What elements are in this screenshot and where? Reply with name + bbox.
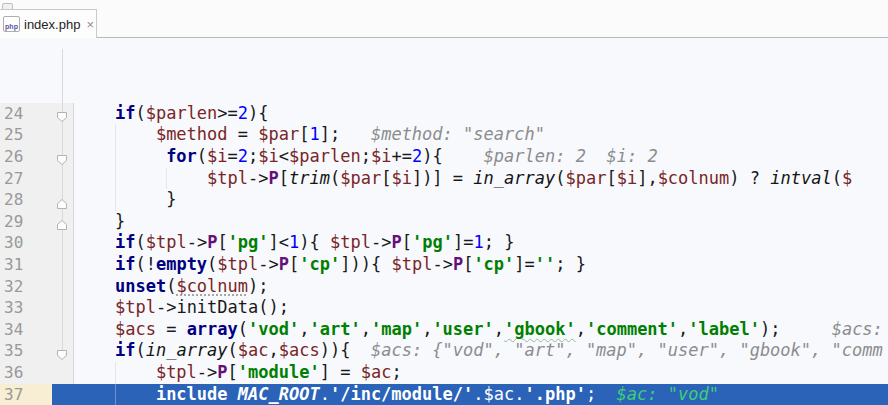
code-token: $i [371,146,391,166]
code-token: , [576,319,586,339]
code-token: ; } [555,254,586,274]
line-number[interactable]: 37 [0,384,52,405]
code-token: (); [258,297,289,317]
code-token: [ [463,254,473,274]
code-token [228,384,238,404]
line-number[interactable]: 34 [0,319,52,341]
code-text[interactable]: $method = $par[1]; $method: "search" [74,124,888,146]
line-number[interactable]: 36 [0,362,52,384]
code-token: [ [381,168,391,188]
code-token: P [391,232,401,252]
code-token: , [299,319,309,339]
code-token: 1 [473,232,483,252]
code-token: ( [135,340,145,360]
line-number[interactable]: 33 [0,297,52,319]
code-text[interactable]: for($i=2;$i<$parlen;$i+=2){ $parlen: 2 $… [74,146,888,168]
code-token: [ [289,254,299,274]
code-line-33: 33 $tpl->initData(); [0,297,888,319]
code-text[interactable]: } [74,211,888,233]
code-token: ); [760,319,780,339]
code-text[interactable]: $tpl->P['module'] = $ac; [74,362,888,384]
line-number[interactable]: 31 [0,254,52,276]
code-token: += [391,146,411,166]
code-token: $tpl [330,232,371,252]
code-token: . [514,384,524,404]
code-token: = [156,319,187,339]
code-token: 'cp' [299,254,340,274]
code-token: empty [156,254,207,274]
fold-column [52,276,74,298]
tab-close-icon[interactable]: × [86,18,94,31]
code-token: in_array [146,340,228,360]
code-token [74,340,115,360]
line-number[interactable]: 24 [0,103,52,125]
line-number[interactable]: 27 [0,168,52,190]
code-token: [ [402,232,412,252]
indent-guide [115,362,116,384]
code-token: -> [197,362,217,382]
line-number[interactable]: 25 [0,124,52,146]
code-text[interactable]: include MAC_ROOT.'/inc/module/'.$ac.'.ph… [74,384,888,405]
code-token: ){ [248,103,268,123]
code-token: '' [535,254,555,274]
code-token [443,146,484,166]
code-token: 'pg' [412,232,453,252]
code-text[interactable]: } [74,189,888,211]
code-token: ; } [484,232,515,252]
line-number[interactable]: 32 [0,276,52,298]
fold-down-icon[interactable] [52,103,74,125]
fold-column [52,168,74,190]
fold-down-icon[interactable] [52,340,74,362]
code-token: ); [248,276,268,296]
tab-index-php[interactable]: php index.php × [0,9,97,38]
code-token: 'pg' [228,232,269,252]
code-token: 1 [289,232,299,252]
line-number[interactable]: 35 [0,340,52,362]
code-token: P [207,232,217,252]
code-text[interactable]: if($parlen>=2){ [74,103,888,125]
line-number[interactable]: 26 [0,146,52,168]
code-token: initData [176,297,258,317]
code-text[interactable]: $tpl->P[trim($par[$i])] = in_array($par[… [74,168,888,190]
code-token: , [422,319,432,339]
code-token: array [187,319,238,339]
code-editor[interactable]: 24 if($parlen>=2){25 $method = $par[1]; … [0,38,888,405]
code-token: 'label' [688,319,760,339]
code-line-28: 28 } [0,189,888,211]
fold-column [52,384,74,405]
line-number[interactable]: 29 [0,211,52,233]
code-token: if [115,232,135,252]
code-token: [ [279,168,289,188]
line-number[interactable]: 28 [0,189,52,211]
fold-down-icon[interactable] [52,146,74,168]
code-token: $acs [115,319,156,339]
code-token: ( [238,319,248,339]
indent-guide [115,146,116,168]
fold-up-icon[interactable] [52,211,74,233]
code-text[interactable]: unset($colnum); [74,276,888,298]
code-token: trim [289,168,330,188]
code-token: P [279,254,289,274]
code-text[interactable]: if(!empty($tpl->P['cp'])){ $tpl->P['cp']… [74,254,888,276]
fold-up-icon[interactable] [52,189,74,211]
code-text[interactable]: $tpl->initData(); [74,297,888,319]
code-text[interactable]: if($tpl->P['pg']<1){ $tpl->P['pg']=1; } [74,232,888,254]
code-lines: 24 if($parlen>=2){25 $method = $par[1]; … [0,103,888,405]
code-token: , [361,319,371,339]
line-number[interactable]: 30 [0,232,52,254]
code-text[interactable]: if(in_array($ac,$acs)){ $acs: {"vod", "a… [74,340,888,362]
code-token: ]= [453,232,473,252]
code-token: )){ [320,340,351,360]
code-line-25: 25 $method = $par[1]; $method: "search" [0,124,888,146]
code-token: $colnum [176,276,248,296]
code-line-35: 35 if(in_array($ac,$acs)){ $acs: {"vod",… [0,340,888,362]
code-token [596,384,616,404]
code-token: P [269,168,279,188]
code-token: ; [586,384,596,404]
code-line-27: 27 $tpl->P[trim($par[$i])] = in_array($p… [0,168,888,190]
code-text[interactable]: $acs = array('vod','art','map','user','g… [74,319,888,341]
code-token: ; [391,362,401,382]
code-token: 'gbook' [504,319,576,339]
code-token [74,103,115,123]
code-token: ){ [422,146,442,166]
